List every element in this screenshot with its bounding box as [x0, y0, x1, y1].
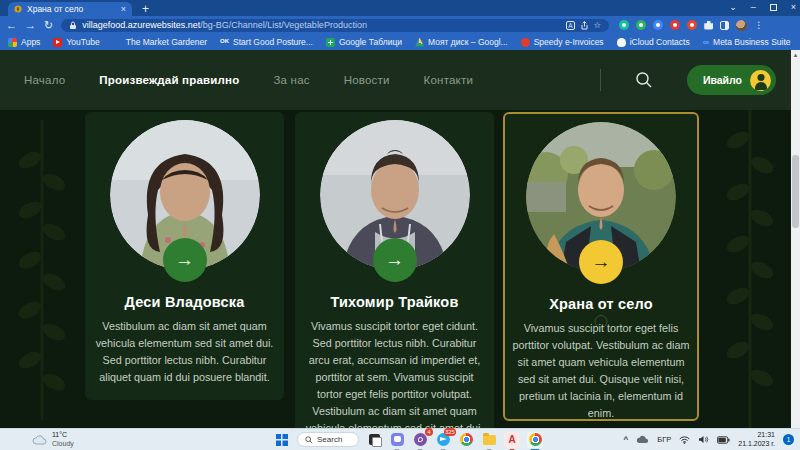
- scrollbar-thumb[interactable]: [792, 155, 799, 228]
- red-extension-icon[interactable]: [670, 20, 680, 30]
- reload-button[interactable]: ↻: [44, 20, 53, 31]
- chrome-app-button[interactable]: [458, 432, 474, 448]
- search-icon: [305, 436, 313, 444]
- bookmark-posture[interactable]: OKStart Good Posture...: [220, 37, 313, 47]
- window-minimize-button[interactable]: –: [751, 2, 756, 12]
- lock-icon: [69, 21, 77, 30]
- url-path: /bg-BG/Channel/List/VegetableProduction: [200, 20, 367, 30]
- browser-menu-icon[interactable]: ⋮: [754, 20, 763, 30]
- nav-item-produce-right[interactable]: Произвеждай правилно: [99, 74, 239, 86]
- browser-tab[interactable]: Храна от село ×: [8, 2, 132, 16]
- chrome-active-app-button[interactable]: [527, 432, 543, 448]
- scrollbar-up-arrow[interactable]: ▲: [791, 51, 800, 59]
- bookmark-youtube[interactable]: YouTube: [53, 37, 99, 47]
- page-scrollbar[interactable]: ▲: [791, 50, 800, 428]
- address-bar[interactable]: villagefood.azurewebsites.net/bg-BG/Chan…: [61, 19, 609, 32]
- bookmark-label: Apps: [21, 37, 40, 47]
- share-icon[interactable]: [580, 21, 589, 30]
- meta-infinity-icon: ∞: [703, 38, 709, 47]
- card-arrow-button[interactable]: →: [163, 238, 207, 282]
- chat-icon: [391, 433, 404, 446]
- telegram-app-button[interactable]: 325: [435, 432, 451, 448]
- evernote-glyph: [639, 23, 643, 27]
- window-close-button[interactable]: ×: [791, 2, 796, 12]
- bookmark-label: iCloud Contacts: [630, 37, 690, 47]
- browser-menu-chevron-icon[interactable]: ⌄: [729, 2, 737, 12]
- card-name: Деси Владовска: [85, 294, 284, 310]
- nav-item-home[interactable]: Начало: [24, 74, 65, 86]
- viber-icon: [414, 433, 427, 446]
- viber-badge: 4: [425, 428, 433, 436]
- user-name: Ивайло: [703, 74, 742, 86]
- nav-item-about[interactable]: За нас: [273, 74, 309, 86]
- forward-button[interactable]: →: [25, 20, 36, 31]
- wifi-icon[interactable]: [679, 435, 690, 444]
- orange-extension-icon[interactable]: [687, 20, 697, 30]
- bookmark-label: Start Good Posture...: [233, 37, 313, 47]
- chrome-icon: [460, 433, 473, 446]
- start-button[interactable]: [274, 432, 290, 448]
- search-icon[interactable]: [635, 71, 653, 89]
- cloud-icon: [32, 435, 47, 445]
- new-tab-button[interactable]: +: [142, 2, 149, 16]
- bookmark-star-icon[interactable]: ☆: [594, 20, 602, 30]
- weather-temp: 11°C: [52, 431, 74, 439]
- card-logo-watermark: [595, 315, 608, 328]
- onedrive-cloud-icon[interactable]: [636, 435, 649, 444]
- bookmark-apps[interactable]: Apps: [8, 37, 40, 47]
- task-view-button[interactable]: [366, 432, 382, 448]
- speaker-icon[interactable]: [698, 435, 709, 444]
- nav-item-news[interactable]: Новости: [344, 74, 390, 86]
- taskbar: 11°C Cloudy Search 4 325 A ^ БГР: [0, 428, 800, 450]
- taskbar-search[interactable]: Search: [297, 432, 359, 447]
- evernote-extension-icon[interactable]: [636, 20, 646, 30]
- taskbar-clock[interactable]: 21:31 21.1.2023 г.: [738, 431, 775, 448]
- bookmark-label: Speedy e-Invoices: [534, 37, 604, 47]
- extensions-puzzle-icon[interactable]: [704, 21, 713, 30]
- photo-wrapper: →: [526, 122, 676, 272]
- windows-logo-icon: [276, 434, 288, 446]
- person-card: → Тихомир Трайков Vivamus suscipit torto…: [295, 112, 494, 428]
- chat-app-button[interactable]: [389, 432, 405, 448]
- apple-icon: [617, 38, 626, 47]
- person-card-highlighted: → Храна от село Vivamus suscipit tortor …: [503, 112, 699, 421]
- translate-icon[interactable]: A: [566, 21, 575, 30]
- bookmark-market-gardener[interactable]: The Market Gardener: [126, 37, 207, 47]
- extensions-row: ⋮: [619, 20, 763, 31]
- taskbar-weather-widget[interactable]: 11°C Cloudy: [32, 431, 74, 447]
- taskbar-search-label: Search: [317, 435, 342, 444]
- card-arrow-button[interactable]: →: [579, 240, 623, 284]
- profile-avatar[interactable]: [736, 20, 747, 31]
- bookmark-meta[interactable]: ∞Meta Business Suite: [703, 37, 791, 47]
- bookmark-google-sheets[interactable]: Google Таблици: [326, 37, 402, 47]
- acrobat-app-button[interactable]: A: [504, 432, 520, 448]
- blue-extension-icon[interactable]: [653, 20, 663, 30]
- tab-close-icon[interactable]: ×: [121, 5, 126, 14]
- side-panel-icon[interactable]: [720, 21, 729, 30]
- youtube-icon: [53, 38, 62, 47]
- tray-chevron-icon[interactable]: ^: [624, 435, 629, 444]
- browser-tab-strip: Храна от село × + ⌄ – ×: [0, 0, 800, 16]
- taskbar-center: Search 4 325 A: [274, 429, 543, 450]
- keyboard-layout[interactable]: БГР: [657, 435, 671, 444]
- bookmark-icloud[interactable]: iCloud Contacts: [617, 37, 690, 47]
- back-button[interactable]: ←: [6, 20, 17, 31]
- user-button[interactable]: Ивайло: [687, 65, 776, 95]
- site-favicon: [14, 5, 22, 13]
- photo-wrapper: →: [320, 120, 470, 270]
- window-maximize-button[interactable]: [770, 4, 777, 11]
- bookmark-label: YouTube: [66, 37, 99, 47]
- notification-count-badge[interactable]: 1: [783, 434, 794, 445]
- apps-grid-icon: [8, 38, 17, 47]
- nav-item-contacts[interactable]: Контакти: [424, 74, 473, 86]
- acrobat-icon: A: [508, 435, 515, 445]
- grammarly-extension-icon[interactable]: [619, 20, 629, 30]
- task-view-icon: [369, 434, 380, 445]
- bookmark-google-drive[interactable]: Моят диск – Googl...: [415, 37, 508, 47]
- file-explorer-button[interactable]: [481, 432, 497, 448]
- viber-app-button[interactable]: 4: [412, 432, 428, 448]
- card-arrow-button[interactable]: →: [373, 238, 417, 282]
- battery-icon[interactable]: [717, 436, 730, 444]
- window-controls: ⌄ – ×: [729, 0, 796, 14]
- bookmark-speedy[interactable]: Speedy e-Invoices: [521, 37, 604, 47]
